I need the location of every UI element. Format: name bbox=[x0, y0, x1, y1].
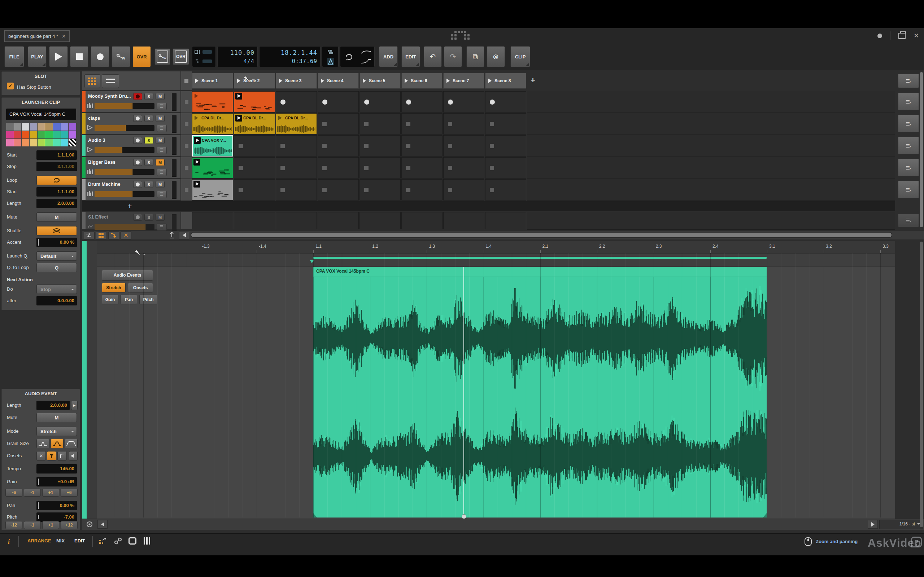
event-gain-value[interactable]: +0.0 dB bbox=[36, 477, 77, 487]
next-action-after-value[interactable]: 0.0.0.00 bbox=[36, 296, 77, 305]
clip-slot-5-4[interactable] bbox=[318, 179, 359, 200]
track-list-button[interactable]: ☰▸ bbox=[898, 93, 919, 110]
clip-slot-6-2[interactable] bbox=[234, 212, 275, 229]
palette-swatch-4[interactable] bbox=[37, 123, 45, 131]
clip-slot-1-2[interactable] bbox=[234, 91, 275, 113]
track-header-moody-synth-dru-[interactable]: Moody Synth Dru...SM☰ bbox=[82, 91, 181, 113]
track-header-audio-3[interactable]: Audio 3SM☰ bbox=[82, 135, 181, 156]
scene-header-1[interactable]: Scene 1 bbox=[192, 73, 233, 89]
clip-slot-5-1[interactable] bbox=[192, 179, 233, 200]
clip-stop-slot-icon[interactable] bbox=[322, 144, 327, 148]
clip-play-arrow-icon[interactable] bbox=[195, 116, 198, 120]
add-scene-button[interactable]: + bbox=[531, 76, 535, 85]
tab-onsets[interactable]: Onsets bbox=[128, 283, 153, 292]
palette-swatch-19[interactable] bbox=[14, 139, 22, 147]
scene-header-8[interactable]: Scene 8 bbox=[485, 73, 526, 89]
track-mute-button[interactable]: M bbox=[155, 159, 165, 166]
undo-button[interactable]: ↶ bbox=[424, 46, 442, 67]
position-display[interactable]: 18.2.1.44 0:37.69 bbox=[259, 46, 320, 67]
clip-slot-2-3[interactable]: CPA DL Dr... bbox=[276, 113, 317, 134]
track-list-button[interactable]: ☰▸ bbox=[898, 181, 919, 198]
launcher-header-list-button[interactable]: ☰▸ bbox=[898, 74, 919, 88]
palette-swatch-13[interactable] bbox=[37, 131, 45, 139]
launcher-hscrollbar-track[interactable] bbox=[191, 232, 892, 238]
clip-stop-slot-icon[interactable] bbox=[364, 166, 368, 170]
stop-all-clips-button[interactable]: ✕ bbox=[121, 232, 131, 239]
clip-slot-4-4[interactable] bbox=[318, 157, 359, 179]
track-record-arm-button[interactable] bbox=[133, 159, 142, 166]
gain-step--6[interactable]: -6 bbox=[5, 488, 23, 496]
view-arrange-button[interactable]: ARRANGE bbox=[27, 538, 51, 543]
clip-slot-2-8[interactable] bbox=[485, 113, 526, 134]
loop-groove-display[interactable] bbox=[340, 46, 375, 67]
track-mixer-list-button[interactable]: ☰ bbox=[157, 125, 167, 132]
clip-stop-slot-icon[interactable] bbox=[448, 122, 452, 126]
clip-slot-4-7[interactable] bbox=[443, 157, 485, 179]
clip-slot-4-6[interactable] bbox=[401, 157, 443, 179]
clip-stop-slot-icon[interactable] bbox=[448, 188, 452, 192]
clip-slot-4-1[interactable] bbox=[192, 157, 233, 179]
track-mute-button[interactable]: M bbox=[155, 181, 165, 188]
clip-playing-icon[interactable] bbox=[235, 115, 242, 121]
scene-play-icon[interactable] bbox=[195, 79, 199, 83]
clip-slot-1-6[interactable] bbox=[401, 91, 443, 113]
edit-menu-button[interactable]: EDIT bbox=[401, 46, 420, 67]
track-volume-slider[interactable] bbox=[95, 147, 155, 153]
track-stop-column-cell[interactable] bbox=[181, 157, 192, 179]
track-volume-slider[interactable] bbox=[95, 125, 155, 131]
event-tempo-value[interactable]: 145.00 bbox=[36, 464, 77, 474]
track-header-s1-effect[interactable]: S1 EffectSM☰ bbox=[82, 212, 181, 229]
scene-play-icon[interactable] bbox=[363, 79, 366, 83]
clip-stop-slot-icon[interactable] bbox=[364, 144, 368, 148]
grain-medium-button[interactable] bbox=[50, 439, 63, 448]
track-solo-button[interactable]: S bbox=[144, 159, 153, 166]
clip-slot-5-2[interactable] bbox=[234, 179, 275, 200]
delete-button[interactable]: ⊗ bbox=[486, 46, 505, 67]
window-restore-icon[interactable] bbox=[898, 33, 906, 39]
clip-slot-6-1[interactable] bbox=[192, 212, 233, 229]
track-stop-column-cell[interactable] bbox=[181, 113, 192, 135]
pitch-step--1[interactable]: -1 bbox=[24, 521, 41, 529]
metronome-icon[interactable] bbox=[327, 58, 334, 65]
clip-stop-slot-icon[interactable] bbox=[281, 166, 285, 170]
clip-record-slot-icon[interactable] bbox=[322, 100, 327, 105]
track-record-arm-button[interactable] bbox=[133, 93, 142, 100]
stop-all-clips-icon[interactable] bbox=[184, 79, 188, 83]
clip-slot-6-5[interactable] bbox=[360, 212, 401, 229]
clip-start-value[interactable]: 1.1.1.00 bbox=[36, 150, 77, 160]
palette-swatch-18[interactable] bbox=[6, 139, 14, 147]
clip-slot-3-3[interactable] bbox=[276, 135, 317, 156]
clip-slot-6-3[interactable] bbox=[276, 212, 317, 229]
clip-slot-3-7[interactable] bbox=[443, 135, 485, 156]
clip-slot-1-7[interactable] bbox=[443, 91, 485, 113]
clip-slot-3-2[interactable] bbox=[234, 135, 275, 156]
clip-playing-icon[interactable] bbox=[194, 181, 200, 187]
track-mute-button[interactable]: M bbox=[155, 214, 165, 221]
editor-vscrollbar-track[interactable] bbox=[920, 241, 923, 529]
song-time-value[interactable]: 0:37.69 bbox=[292, 58, 317, 64]
onsets-audition-button[interactable] bbox=[69, 451, 78, 461]
palette-swatch-8[interactable] bbox=[69, 123, 76, 131]
palette-swatch-5[interactable] bbox=[45, 123, 53, 131]
tab-audio-events[interactable]: Audio Events bbox=[102, 270, 153, 280]
clip-slot-6-6[interactable] bbox=[401, 212, 443, 229]
clip-stop-slot-icon[interactable] bbox=[364, 122, 368, 126]
grain-large-button[interactable] bbox=[65, 439, 78, 448]
track-record-arm-button[interactable] bbox=[133, 137, 142, 144]
scroll-left-button[interactable] bbox=[179, 231, 189, 239]
clip-record-slot-icon[interactable] bbox=[364, 100, 369, 105]
clip-slot-2-1[interactable]: CPA DL Dr... bbox=[192, 113, 233, 134]
palette-swatch-17[interactable] bbox=[69, 131, 76, 139]
clip-slot-2-5[interactable] bbox=[360, 113, 401, 134]
clip-slot-6-8[interactable] bbox=[485, 212, 526, 229]
event-mute-button[interactable]: M bbox=[36, 413, 77, 422]
clip-playing-icon[interactable] bbox=[194, 137, 201, 144]
track-mixer-list-button[interactable]: ☰ bbox=[157, 224, 167, 231]
clip-slot-2-7[interactable] bbox=[443, 113, 485, 134]
crossfade-mode-button[interactable] bbox=[84, 232, 95, 239]
palette-swatch-26[interactable] bbox=[69, 139, 76, 147]
clip-loop-toggle[interactable] bbox=[36, 176, 77, 185]
clip-slot-6-7[interactable] bbox=[443, 212, 485, 229]
launcher-automation-write-button[interactable]: W bbox=[155, 48, 170, 65]
track-mute-button[interactable]: M bbox=[155, 115, 165, 122]
